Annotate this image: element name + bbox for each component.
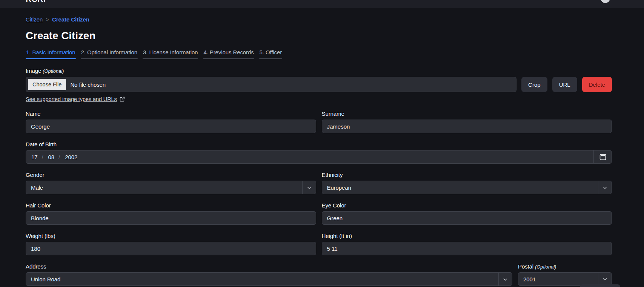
eye-color-input[interactable] [322,211,612,225]
breadcrumb-separator: > [46,16,49,23]
dob-year-segment[interactable]: 2002 [60,154,77,160]
chevron-down-icon[interactable] [598,273,612,285]
dob-separator: / [38,154,43,160]
file-chosen-status: No file chosen [70,81,106,88]
calendar-picker-button[interactable] [593,150,612,163]
dob-label: Date of Birth [26,141,612,147]
tab-officer[interactable]: 5. Officer [259,49,283,59]
postal-label: Postal(Optional) [518,263,612,270]
gender-selected-value: Male [26,184,302,191]
tab-underline [143,58,198,59]
tab-basic-information[interactable]: 1. Basic Information [26,49,76,59]
chevron-down-icon[interactable] [598,181,612,194]
tab-underline [203,58,254,59]
external-link-icon [120,97,125,102]
url-button[interactable]: URL [552,77,577,92]
crop-button[interactable]: Crop [521,77,547,92]
ethnicity-select[interactable]: European [322,181,612,194]
chevron-down-icon[interactable] [498,273,512,285]
surname-input[interactable] [322,120,612,133]
surname-label: Surname [322,111,612,117]
gender-label: Gender [26,172,316,178]
page-title: Create Citizen [26,30,612,42]
name-row: Name Surname [26,111,612,133]
image-upload-row: Choose File No file chosen Crop URL Dele… [26,77,612,92]
hair-color-label: Hair Color [26,202,316,209]
dob-day-segment[interactable]: 17 [26,154,38,160]
address-row: Address Union Road Postal(Optional) 2001 [26,263,612,286]
breadcrumb-citizen-link[interactable]: Citizen [26,16,43,23]
ethnicity-label: Ethnicity [322,172,612,178]
delete-button[interactable]: Delete [582,77,612,92]
height-label: Height (ft in) [322,233,612,239]
postal-selected-value: 2001 [518,276,598,282]
optional-tag: (Optional) [43,68,64,74]
calendar-icon [599,153,607,161]
tab-previous-records[interactable]: 4. Previous Records [203,49,254,59]
tab-underline [81,58,138,59]
address-label: Address [26,263,512,270]
weight-label: Weight (lbs) [26,233,316,239]
supported-image-types-link[interactable]: See supported image types and URLs [26,96,125,102]
dob-month-segment[interactable]: 08 [43,154,55,160]
partial-bottom-button[interactable] [580,284,620,287]
weight-height-row: Weight (lbs) Height (ft in) [26,233,612,255]
form-steps-tabs: 1. Basic Information 2. Optional Informa… [26,49,612,59]
image-file-input[interactable]: Choose File No file chosen [26,77,516,92]
gender-select[interactable]: Male [26,181,316,194]
breadcrumb: Citizen > Create Citizen [26,16,612,23]
height-input[interactable] [322,242,612,255]
tab-underline [26,58,76,59]
ethnicity-selected-value: European [322,184,598,191]
optional-tag: (Optional) [535,264,556,270]
choose-file-button[interactable]: Choose File [28,79,66,90]
breadcrumb-create-citizen-link[interactable]: Create Citizen [52,16,89,23]
user-avatar[interactable] [601,0,610,3]
chevron-down-icon[interactable] [302,181,316,194]
weight-input[interactable] [26,242,316,255]
dob-row: Date of Birth 17 / 08 / 2002 [26,141,612,164]
name-input[interactable] [26,120,316,133]
address-select[interactable]: Union Road [26,272,512,286]
tab-license-information[interactable]: 3. License Information [143,49,198,59]
eye-color-label: Eye Color [322,202,612,209]
postal-select[interactable]: 2001 [518,272,612,286]
hair-eye-row: Hair Color Eye Color [26,202,612,225]
tab-underline [259,58,283,59]
create-citizen-form: Image(Optional) Choose File No file chos… [26,68,612,286]
hair-color-input[interactable] [26,211,316,225]
app-logo: RCRI [26,0,46,4]
dob-input[interactable]: 17 / 08 / 2002 [26,150,612,164]
top-navigation-bar: RCRI [0,0,644,8]
image-field-label: Image(Optional) [26,68,612,74]
gender-row: Gender Male Ethnicity European [26,172,612,194]
address-selected-value: Union Road [26,276,498,282]
name-label: Name [26,111,316,117]
dob-separator: / [54,154,60,160]
tab-optional-information[interactable]: 2. Optional Information [81,49,138,59]
